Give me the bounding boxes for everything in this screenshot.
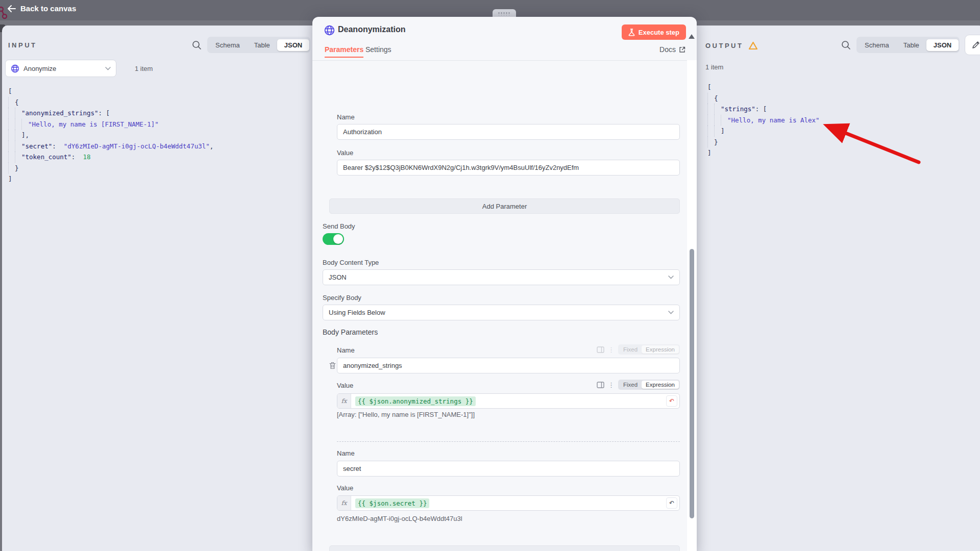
execute-step-button[interactable]: Execute step xyxy=(622,24,686,40)
edit-output-button[interactable] xyxy=(965,35,980,55)
param1-name-controls: ⋮ Fixed Expression xyxy=(597,344,680,355)
docs-link[interactable]: Docs xyxy=(659,45,685,54)
panel-toggle-icon xyxy=(597,346,604,353)
parameters-scroll-area: Name Value Add Parameter Send Body Body … xyxy=(312,60,697,551)
input-node-selector-value: Anonymize xyxy=(23,65,101,72)
kebab-menu-icon[interactable]: ⋮ xyxy=(608,382,615,388)
back-to-canvas-label: Back to canvas xyxy=(20,4,76,13)
send-body-label: Send Body xyxy=(323,222,355,230)
header-param-name-label: Name xyxy=(337,113,355,121)
fx-icon: fx xyxy=(337,496,351,510)
output-items-count: 1 item xyxy=(705,63,723,71)
n8n-node-detail-view: Back to canvas INPUT Schema Table JSON A… xyxy=(0,0,980,551)
input-tab-json[interactable]: JSON xyxy=(277,39,309,51)
expression-option[interactable]: Expression xyxy=(642,381,679,389)
active-tab-underline xyxy=(325,57,363,58)
docs-label: Docs xyxy=(659,45,676,54)
output-tab-schema[interactable]: Schema xyxy=(857,39,896,51)
fx-icon: fx xyxy=(337,394,351,408)
drag-dots-icon xyxy=(498,12,511,15)
body-parameters-label: Body Parameters xyxy=(323,328,378,336)
header-param-value-label: Value xyxy=(337,149,353,157)
output-search-icon[interactable] xyxy=(841,40,851,50)
input-json-view[interactable]: [{"anonymized_strings": ["Hello, my name… xyxy=(8,86,213,185)
back-arrow-icon xyxy=(7,5,16,12)
chevron-down-icon xyxy=(668,276,674,279)
body-content-type-label: Body Content Type xyxy=(323,259,379,266)
input-tab-schema[interactable]: Schema xyxy=(208,39,247,51)
warning-triangle-icon xyxy=(748,41,758,50)
input-panel-title: INPUT xyxy=(8,41,37,49)
modal-scrollbar-thumb[interactable] xyxy=(690,249,694,518)
tab-settings[interactable]: Settings xyxy=(365,45,391,54)
node-settings-modal: Deanonymization Execute step Parameters … xyxy=(312,17,697,551)
expression-option[interactable]: Expression xyxy=(642,345,679,354)
globe-icon xyxy=(11,64,19,73)
remove-expression-icon[interactable]: ↶ xyxy=(666,497,677,509)
chevron-down-icon xyxy=(668,311,674,314)
output-panel-title: OUTPUT xyxy=(705,42,743,49)
remove-expression-icon[interactable]: ↶ xyxy=(666,395,677,407)
param2-name-label: Name xyxy=(337,449,355,457)
specify-body-select[interactable]: Using Fields Below xyxy=(323,305,680,320)
specify-body-value: Using Fields Below xyxy=(329,309,668,316)
http-node-globe-icon xyxy=(324,25,335,36)
input-tab-table[interactable]: Table xyxy=(247,39,277,51)
delete-param1-icon[interactable] xyxy=(329,362,336,369)
specify-body-label: Specify Body xyxy=(323,294,361,302)
param1-result-hint: [Array: ["Hello, my name is [FIRST_NAME-… xyxy=(337,411,475,418)
pencil-icon xyxy=(972,41,980,49)
modal-drag-handle[interactable] xyxy=(493,9,516,17)
header-param-value-input[interactable] xyxy=(337,160,680,176)
body-content-type-value: JSON xyxy=(329,273,668,281)
body-content-type-select[interactable]: JSON xyxy=(323,269,680,285)
output-tab-json[interactable]: JSON xyxy=(926,39,959,51)
input-items-count: 1 item xyxy=(135,65,153,72)
output-view-tabs: Schema Table JSON xyxy=(856,37,960,53)
external-link-icon xyxy=(679,46,685,53)
add-body-parameter-button[interactable]: Add Parameter xyxy=(329,545,680,551)
tab-parameters[interactable]: Parameters xyxy=(325,45,363,54)
back-to-canvas-button[interactable]: Back to canvas xyxy=(7,4,76,13)
param1-expression-field[interactable]: fx {{ $json.anonymized_strings }} ↶ xyxy=(337,393,680,409)
param1-value-mode-switch[interactable]: Fixed Expression xyxy=(618,380,680,390)
param2-expression-value: {{ $json.secret }} xyxy=(355,498,429,508)
fixed-option[interactable]: Fixed xyxy=(619,345,642,354)
output-header: OUTPUT Schema Table JSON xyxy=(703,37,980,55)
param1-name-input[interactable] xyxy=(337,358,680,373)
panel-toggle-icon xyxy=(597,382,604,388)
scroll-up-arrow[interactable] xyxy=(689,34,695,39)
output-tab-table[interactable]: Table xyxy=(896,39,926,51)
param-divider xyxy=(337,441,680,442)
param1-name-label: Name xyxy=(337,346,355,354)
input-search-icon[interactable] xyxy=(192,40,202,50)
output-json-view[interactable]: [{"strings": ["Hello, my name is Alex"]}… xyxy=(707,82,820,159)
input-header: INPUT Schema Table JSON xyxy=(6,37,302,54)
param1-value-label: Value xyxy=(337,382,353,389)
kebab-menu-icon[interactable]: ⋮ xyxy=(608,346,615,353)
param1-name-mode-switch[interactable]: Fixed Expression xyxy=(618,344,680,355)
param1-expression-value: {{ $json.anonymized_strings }} xyxy=(355,396,476,406)
param2-expression-field[interactable]: fx {{ $json.secret }} ↶ xyxy=(337,495,680,511)
param2-value-label: Value xyxy=(337,484,353,492)
header-param-name-input[interactable] xyxy=(337,124,680,140)
param1-value-controls: ⋮ Fixed Expression xyxy=(597,380,680,390)
fixed-option[interactable]: Fixed xyxy=(619,381,642,389)
execute-step-label: Execute step xyxy=(639,29,679,36)
input-node-selector[interactable]: Anonymize xyxy=(5,60,116,77)
send-body-toggle[interactable] xyxy=(323,233,344,245)
flask-icon xyxy=(628,29,635,36)
input-view-tabs: Schema Table JSON xyxy=(207,37,310,53)
node-title: Deanonymization xyxy=(338,25,405,34)
chevron-down-icon xyxy=(105,67,111,70)
param2-name-input[interactable] xyxy=(337,461,680,477)
add-header-parameter-button[interactable]: Add Parameter xyxy=(329,198,680,214)
toggle-knob xyxy=(333,234,343,244)
param2-result-hint: dY6zMIeD-agMT-i0gj-ocLQ-b4eWddt47u3l xyxy=(337,515,462,522)
modal-header: Deanonymization Execute step Parameters … xyxy=(312,17,697,60)
